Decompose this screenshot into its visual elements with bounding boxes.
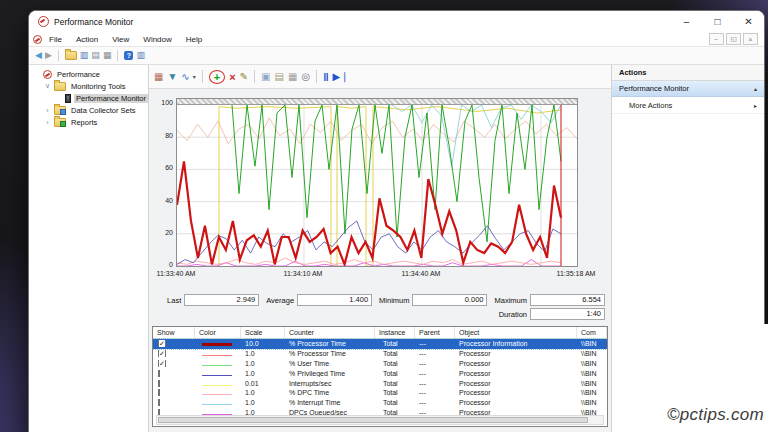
cell-counter: % User Time bbox=[285, 360, 375, 367]
paste-counter-list-icon[interactable]: ▤ bbox=[274, 72, 283, 82]
close-button[interactable]: ✕ bbox=[733, 11, 764, 32]
export-list-icon[interactable]: ▤ bbox=[91, 51, 100, 60]
x-tick-label: 11:33:40 AM bbox=[157, 270, 196, 277]
show-checkbox[interactable] bbox=[158, 370, 160, 377]
highlight-icon[interactable]: ✎ bbox=[240, 72, 248, 82]
tree-item-performance-monitor[interactable]: Performance Monitor bbox=[29, 92, 148, 104]
tree-item-performance[interactable]: Performance bbox=[29, 68, 148, 80]
minimize-button[interactable]: – bbox=[671, 11, 702, 32]
console-icon bbox=[33, 35, 42, 44]
window-title: Performance Monitor bbox=[54, 17, 133, 27]
view-log-data-icon[interactable]: ▼ bbox=[167, 72, 177, 82]
menu-action[interactable]: Action bbox=[69, 35, 105, 44]
column-header-scale[interactable]: Scale bbox=[241, 327, 285, 338]
view-current-activity-icon[interactable]: ▦ bbox=[154, 72, 163, 82]
new-window-icon[interactable]: ▥ bbox=[136, 51, 145, 60]
menu-view[interactable]: View bbox=[105, 35, 136, 44]
window-controls: – □ ✕ bbox=[671, 11, 764, 32]
duration-value: 1:40 bbox=[530, 308, 605, 320]
mdi-minimize-button[interactable]: − bbox=[709, 33, 724, 45]
chart-type-dropdown-icon[interactable]: ▾ bbox=[193, 73, 196, 80]
column-header-parent[interactable]: Parent bbox=[415, 327, 455, 338]
properties-icon[interactable]: ▦ bbox=[288, 72, 297, 82]
y-tick-label: 60 bbox=[149, 164, 173, 171]
cell-computer: \\BIN bbox=[577, 350, 607, 357]
delete-icon[interactable]: × bbox=[229, 72, 235, 82]
column-header-show[interactable]: Show bbox=[153, 327, 195, 338]
show-checkbox[interactable]: ✓ bbox=[158, 340, 166, 347]
expander-icon[interactable]: ∨ bbox=[44, 82, 51, 90]
counter-row[interactable]: ✓1.0% User Time_Total---Processor\\BIN bbox=[153, 359, 607, 369]
tree-item-label: Data Collector Sets bbox=[69, 106, 138, 115]
submenu-arrow-icon: ▸ bbox=[754, 102, 757, 109]
mdi-close-button[interactable]: × bbox=[743, 33, 758, 45]
counter-row[interactable]: 0.01Interrupts/sec_Total---Processor\\BI… bbox=[153, 378, 607, 388]
help-icon[interactable]: ? bbox=[124, 51, 133, 60]
actions-section-performance-monitor[interactable]: Performance Monitor ▴ bbox=[612, 81, 764, 97]
average-value: 1.400 bbox=[297, 294, 372, 306]
counter-table: ShowColorScaleCounterInstanceParentObjec… bbox=[152, 326, 608, 427]
cell-computer: \\BIN bbox=[577, 370, 607, 377]
zoom-icon[interactable]: ◎ bbox=[301, 72, 310, 82]
minimum-label: Minimum bbox=[379, 296, 409, 305]
collapse-icon[interactable]: ▴ bbox=[754, 85, 757, 92]
series--dpc-time bbox=[177, 258, 561, 264]
menu-help[interactable]: Help bbox=[179, 35, 209, 44]
cell-parent: --- bbox=[415, 360, 455, 367]
show-checkbox[interactable] bbox=[158, 389, 160, 396]
counter-row[interactable]: 1.0% DPC Time_Total---Processor\\BIN bbox=[153, 388, 607, 398]
maximum-value: 6.554 bbox=[530, 294, 605, 306]
maximize-button[interactable]: □ bbox=[702, 11, 733, 32]
tree-item-label: Performance Monitor bbox=[74, 94, 148, 103]
show-console-tree-icon[interactable]: ▥ bbox=[80, 51, 89, 60]
show-checkbox[interactable] bbox=[158, 380, 160, 387]
mdi-restore-button[interactable]: ◱ bbox=[726, 33, 741, 45]
expander-icon[interactable]: › bbox=[44, 107, 51, 114]
cell-computer: \\BIN bbox=[577, 399, 607, 406]
column-header-com[interactable]: Com bbox=[577, 327, 607, 338]
tree-item-reports[interactable]: ›Reports bbox=[29, 116, 148, 128]
scrollbar-thumb[interactable] bbox=[158, 417, 588, 423]
counter-row[interactable]: 1.0% Interrupt Time_Total---Processor\\B… bbox=[153, 398, 607, 408]
horizontal-scrollbar[interactable] bbox=[156, 415, 604, 425]
counter-row[interactable]: 1.0% Privileged Time_Total---Processor\\… bbox=[153, 368, 607, 378]
cell-parent: --- bbox=[415, 370, 455, 377]
add-counter-icon[interactable]: + bbox=[214, 72, 220, 82]
show-checkbox[interactable] bbox=[158, 399, 160, 406]
column-header-color[interactable]: Color bbox=[195, 327, 241, 338]
column-header-counter[interactable]: Counter bbox=[285, 327, 375, 338]
column-header-object[interactable]: Object bbox=[455, 327, 577, 338]
counter-row[interactable]: ✓10.0% Processor Time_Total---Processor … bbox=[153, 339, 607, 349]
freeze-display-icon[interactable]: ‖ bbox=[323, 72, 328, 82]
color-swatch bbox=[202, 404, 232, 405]
color-swatch bbox=[202, 385, 232, 386]
actions-header: Actions bbox=[612, 65, 764, 81]
show-checkbox[interactable]: ✓ bbox=[158, 360, 166, 367]
expander-icon[interactable]: › bbox=[44, 119, 51, 126]
copy-properties-icon[interactable]: ▣ bbox=[261, 72, 270, 82]
forward-icon[interactable]: ▶ bbox=[45, 51, 52, 60]
menu-window[interactable]: Window bbox=[136, 35, 178, 44]
mdi-controls: − ◱ × bbox=[709, 33, 758, 45]
title-bar[interactable]: Performance Monitor – □ ✕ bbox=[29, 11, 764, 32]
tree-item-monitoring-tools[interactable]: ∨Monitoring Tools bbox=[29, 80, 148, 92]
more-actions-item[interactable]: More Actions ▸ bbox=[612, 97, 764, 114]
cell-parent: --- bbox=[415, 350, 455, 357]
chart-type-icon[interactable]: ∿ bbox=[181, 72, 189, 82]
menu-file[interactable]: File bbox=[42, 35, 69, 44]
last-value: 2.949 bbox=[184, 294, 259, 306]
update-data-icon[interactable]: ▶❘ bbox=[333, 72, 349, 82]
show-checkbox[interactable]: ✓ bbox=[158, 350, 166, 357]
counter-row[interactable]: ✓1.0% Processor Time_Total---Processor\\… bbox=[153, 349, 607, 359]
cell-instance: _Total bbox=[375, 360, 415, 367]
tree-item-data-collector-sets[interactable]: ›Data Collector Sets bbox=[29, 104, 148, 116]
column-header-instance[interactable]: Instance bbox=[375, 327, 415, 338]
chart-plot[interactable] bbox=[176, 98, 578, 267]
y-tick-label: 20 bbox=[149, 229, 173, 236]
folder-green-icon bbox=[54, 118, 66, 127]
up-folder-icon[interactable] bbox=[65, 51, 77, 60]
print-icon[interactable]: ▦ bbox=[103, 51, 112, 60]
back-icon[interactable]: ◀ bbox=[35, 51, 42, 60]
console-body: Performance∨Monitoring ToolsPerformance … bbox=[29, 65, 764, 432]
color-swatch bbox=[202, 394, 232, 395]
